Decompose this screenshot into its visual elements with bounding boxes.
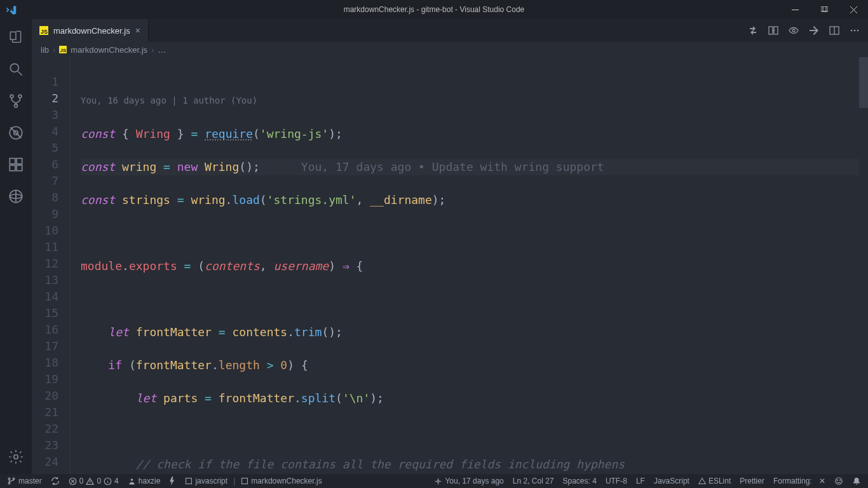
activity-search[interactable] <box>0 56 32 83</box>
svg-point-30 <box>437 480 439 482</box>
svg-point-20 <box>854 30 856 32</box>
chevron-right-icon: › <box>151 45 154 55</box>
code-content[interactable]: You, 16 days ago | 1 author (You) const … <box>70 57 868 474</box>
status-language[interactable]: JavaScript <box>649 474 694 488</box>
window-close[interactable] <box>839 0 868 19</box>
status-feedback-icon[interactable] <box>830 474 848 488</box>
svg-point-32 <box>837 480 837 480</box>
svg-point-3 <box>10 64 18 72</box>
status-git-blame[interactable]: You, 17 days ago <box>430 474 508 488</box>
window-controls <box>780 0 868 19</box>
inline-blame: You, 17 days ago • Update with wring sup… <box>301 160 604 173</box>
breadcrumb-folder[interactable]: lib <box>41 45 49 55</box>
activity-extensions[interactable] <box>0 151 32 178</box>
tabs-bar: JS markdownChecker.js × <box>32 19 868 42</box>
svg-point-6 <box>15 104 18 107</box>
svg-point-19 <box>851 30 853 32</box>
svg-point-31 <box>836 478 843 485</box>
svg-point-4 <box>10 95 13 98</box>
activity-scm[interactable] <box>0 88 32 114</box>
svg-point-24 <box>13 478 15 480</box>
status-indent[interactable]: Spaces: 4 <box>559 474 601 488</box>
activity-bar <box>0 19 32 474</box>
svg-rect-11 <box>17 165 22 171</box>
chevron-right-icon: › <box>53 45 55 55</box>
window-maximize[interactable] <box>810 0 839 19</box>
svg-point-17 <box>792 29 795 32</box>
svg-rect-1 <box>821 6 826 11</box>
activity-settings[interactable] <box>0 444 32 470</box>
compare-icon[interactable] <box>768 25 779 36</box>
svg-rect-12 <box>17 158 22 164</box>
status-lang-server[interactable] <box>165 474 180 488</box>
activity-explorer[interactable] <box>0 24 32 51</box>
window-title: markdownChecker.js - gitme-bot - Visual … <box>0 5 868 14</box>
tab-markdownchecker[interactable]: JS markdownChecker.js × <box>32 19 149 42</box>
status-cursor[interactable]: Ln 2, Col 27 <box>508 474 559 488</box>
line-number-gutter: 1 2 3 4 5 6 7 8 9 10 11 12 13 14 15 16 1… <box>32 57 70 474</box>
status-bell-icon[interactable] <box>848 474 865 488</box>
status-branch[interactable]: master <box>3 474 46 488</box>
breadcrumb[interactable]: lib › JS markdownChecker.js › … <box>32 42 868 57</box>
status-prettier[interactable]: Prettier <box>735 474 769 488</box>
reveal-icon[interactable] <box>788 25 799 36</box>
vscode-icon <box>0 4 22 15</box>
svg-point-14 <box>14 455 18 459</box>
status-problems[interactable]: 0 0 4 <box>64 474 123 488</box>
window-minimize[interactable] <box>780 0 810 19</box>
svg-rect-2 <box>823 6 828 11</box>
scroll-thumb[interactable] <box>859 57 868 108</box>
overview-ruler[interactable] <box>859 57 868 474</box>
status-open-file[interactable]: markdownChecker.js <box>236 474 326 488</box>
status-live-share[interactable]: haxzie <box>123 474 165 488</box>
svg-point-21 <box>857 30 859 32</box>
tab-close-icon[interactable]: × <box>135 25 140 36</box>
svg-point-22 <box>8 478 10 480</box>
svg-rect-9 <box>10 158 15 164</box>
breadcrumb-symbol[interactable]: … <box>158 45 166 55</box>
status-sync[interactable] <box>46 474 64 488</box>
status-lang-mode[interactable]: javascript <box>180 474 232 488</box>
svg-rect-29 <box>242 478 248 484</box>
svg-point-27 <box>130 478 133 481</box>
text-editor[interactable]: 1 2 3 4 5 6 7 8 9 10 11 12 13 14 15 16 1… <box>32 57 868 474</box>
editor-group: JS markdownChecker.js × lib › JS markdow… <box>32 19 868 474</box>
status-eslint[interactable]: ESLint <box>694 474 735 488</box>
svg-point-33 <box>840 480 841 480</box>
tab-label: markdownChecker.js <box>53 26 130 36</box>
more-icon[interactable] <box>849 25 860 36</box>
gitlens-toggle-icon[interactable] <box>747 25 759 36</box>
title-bar: markdownChecker.js - gitme-bot - Visual … <box>0 0 868 19</box>
activity-debug[interactable] <box>0 119 32 146</box>
status-bar: master 0 0 4 haxzie javascript | markdow… <box>0 474 868 488</box>
editor-actions <box>740 19 868 42</box>
svg-rect-10 <box>10 165 15 171</box>
status-formatting[interactable]: Formatting: ✕ <box>769 474 830 488</box>
svg-point-23 <box>8 482 10 484</box>
changes-icon[interactable] <box>808 25 820 36</box>
activity-live-share[interactable] <box>0 183 32 210</box>
status-encoding[interactable]: UTF-8 <box>601 474 632 488</box>
status-eol[interactable]: LF <box>632 474 649 488</box>
svg-point-5 <box>18 95 22 98</box>
breadcrumb-file[interactable]: markdownChecker.js <box>71 45 147 55</box>
svg-rect-28 <box>186 478 192 484</box>
split-editor-icon[interactable] <box>829 25 840 36</box>
js-file-icon: JS <box>59 46 67 53</box>
svg-rect-0 <box>792 10 799 10</box>
js-file-icon: JS <box>39 26 48 35</box>
codelens[interactable]: You, 16 days ago | 1 author (You) <box>81 94 868 109</box>
